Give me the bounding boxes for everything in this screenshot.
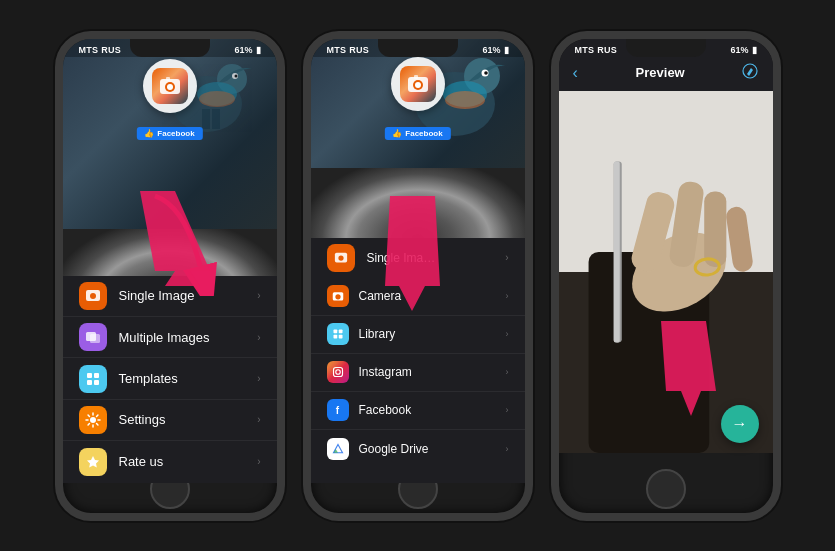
svg-rect-11 — [166, 77, 170, 81]
battery-icon-3: ▮ — [752, 45, 757, 55]
rate-us-icon — [79, 448, 107, 465]
svg-rect-18 — [87, 380, 92, 385]
battery-1: 61% ▮ — [234, 45, 260, 55]
menu-list-1: Single Image › Multiple Images › Templat… — [63, 276, 277, 465]
phone-screen-1: MTS RUS 19:39 61% ▮ — [63, 39, 277, 465]
submenu-item-camera[interactable]: Camera › — [311, 278, 525, 316]
status-bar-1: MTS RUS 19:39 61% ▮ — [63, 39, 277, 57]
app-icon-inner-2 — [400, 66, 436, 102]
facebook-label-1: Facebook — [157, 129, 194, 138]
submenu-item-google-drive[interactable]: Google Drive › — [311, 430, 525, 465]
svg-point-13 — [90, 293, 96, 299]
menu-label-rate-us: Rate us — [119, 454, 258, 464]
menu-item-templates[interactable]: Templates › — [63, 358, 277, 399]
svg-point-10 — [167, 84, 173, 90]
svg-point-35 — [338, 255, 343, 260]
phone-3: MTS RUS 19:39 61% ▮ ‹ Preview — [551, 31, 781, 521]
battery-percent-1: 61% — [234, 45, 252, 55]
svg-rect-16 — [87, 373, 92, 378]
battery-percent-2: 61% — [482, 45, 500, 55]
google-drive-submenu-icon — [327, 438, 349, 460]
chevron-multiple-images: › — [257, 332, 260, 343]
svg-rect-3 — [212, 109, 220, 129]
submenu-chevron-library: › — [506, 329, 509, 339]
svg-rect-33 — [414, 75, 418, 79]
phone-frame-3: MTS RUS 19:39 61% ▮ ‹ Preview — [551, 31, 781, 521]
edit-pencil-icon — [742, 63, 758, 79]
chevron-settings: › — [257, 414, 260, 425]
single-image-row-2: Single Ima… › — [311, 238, 525, 278]
svg-point-43 — [335, 370, 340, 375]
phone-frame-2: MTS RUS 19:39 61% ▮ — [303, 31, 533, 521]
facebook-thumb-icon-1: 👍 — [144, 129, 154, 138]
submenu-label-camera: Camera — [359, 289, 506, 303]
camera-app-icon-2 — [407, 73, 429, 95]
submenu-chevron-facebook: › — [506, 405, 509, 415]
chevron-rate-us: › — [257, 456, 260, 464]
time-1: 19:39 — [166, 45, 189, 55]
menu-label-settings: Settings — [119, 412, 258, 427]
home-button-3[interactable] — [646, 469, 686, 509]
chevron-templates: › — [257, 373, 260, 384]
menu-item-rate-us[interactable]: Rate us › — [63, 441, 277, 464]
svg-rect-19 — [94, 380, 99, 385]
preview-title: Preview — [636, 65, 685, 80]
facebook-badge-2: 👍 Facebook — [384, 127, 450, 140]
facebook-thumb-icon-2: 👍 — [392, 129, 402, 138]
submenu-chevron-instagram: › — [506, 367, 509, 377]
edit-button[interactable] — [742, 63, 758, 82]
svg-point-37 — [335, 294, 340, 299]
battery-icon-2: ▮ — [504, 45, 509, 55]
carrier-1: MTS RUS — [79, 45, 122, 55]
svg-rect-42 — [333, 368, 342, 377]
svg-point-5 — [234, 74, 237, 77]
library-submenu-icon — [327, 323, 349, 345]
svg-rect-40 — [333, 335, 337, 339]
svg-point-27 — [484, 71, 488, 75]
svg-point-29 — [445, 91, 485, 109]
carrier-3: MTS RUS — [575, 45, 618, 55]
time-3: 19:39 — [662, 45, 685, 55]
facebook-label-2: Facebook — [405, 129, 442, 138]
submenu-item-instagram[interactable]: Instagram › — [311, 354, 525, 392]
submenu-list: Camera › Library › Instagram › — [311, 278, 525, 465]
preview-header: ‹ Preview — [559, 55, 773, 91]
svg-rect-38 — [333, 330, 337, 334]
submenu-label-facebook: Facebook — [359, 403, 506, 417]
settings-icon — [79, 406, 107, 434]
phone-frame-1: MTS RUS 19:39 61% ▮ — [55, 31, 285, 521]
camera-app-icon-1 — [159, 75, 181, 97]
svg-point-20 — [90, 417, 96, 423]
submenu-item-facebook[interactable]: f Facebook › — [311, 392, 525, 430]
facebook-submenu-icon: f — [327, 399, 349, 421]
svg-point-32 — [415, 82, 421, 88]
submenu-chevron-google-drive: › — [506, 444, 509, 454]
next-fab-button[interactable]: → — [721, 405, 759, 443]
facebook-badge-1: 👍 Facebook — [136, 127, 202, 140]
menu-item-settings[interactable]: Settings › — [63, 400, 277, 441]
battery-percent-3: 61% — [730, 45, 748, 55]
lens-background-2 — [311, 168, 525, 238]
preview-image — [559, 91, 773, 453]
svg-rect-59 — [613, 161, 619, 342]
svg-rect-56 — [704, 191, 726, 266]
app-icon-inner-1 — [152, 68, 188, 104]
submenu-label-google-drive: Google Drive — [359, 442, 506, 456]
single-image-icon-2 — [327, 244, 355, 272]
menu-item-single-image-2[interactable]: Single Ima… › — [311, 238, 525, 278]
phone-screen-2: MTS RUS 19:39 61% ▮ — [311, 39, 525, 465]
battery-3: 61% ▮ — [730, 45, 756, 55]
phone-1: MTS RUS 19:39 61% ▮ — [55, 31, 285, 521]
menu-item-single-image[interactable]: Single Image › — [63, 276, 277, 317]
svg-rect-2 — [202, 109, 210, 129]
app-icon-1 — [143, 59, 197, 113]
menu-item-multiple-images[interactable]: Multiple Images › — [63, 317, 277, 358]
menu-label-templates: Templates — [119, 371, 258, 386]
preview-photo-svg — [559, 91, 773, 453]
facebook-f-letter: f — [336, 405, 339, 416]
phone-screen-3: MTS RUS 19:39 61% ▮ ‹ Preview — [559, 39, 773, 465]
submenu-item-library[interactable]: Library › — [311, 316, 525, 354]
svg-point-7 — [199, 91, 235, 107]
back-button[interactable]: ‹ — [573, 64, 578, 82]
submenu-label-library: Library — [359, 327, 506, 341]
